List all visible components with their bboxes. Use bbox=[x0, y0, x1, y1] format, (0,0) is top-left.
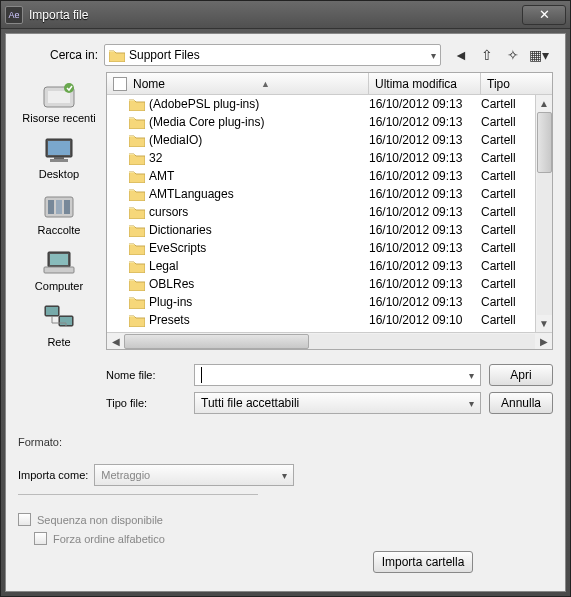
filetype-combo[interactable]: Tutti file accettabili ▾ bbox=[194, 392, 481, 414]
bottom-panel: Formato: Importa come: Metraggio ▾ Seque… bbox=[18, 432, 553, 573]
scroll-up-button[interactable]: ▲ bbox=[537, 95, 552, 112]
table-row[interactable]: AMTLanguages16/10/2012 09:13Cartell bbox=[107, 185, 552, 203]
chevron-down-icon[interactable]: ▾ bbox=[282, 470, 287, 481]
file-date: 16/10/2012 09:13 bbox=[369, 115, 481, 129]
table-row[interactable]: AMT16/10/2012 09:13Cartell bbox=[107, 167, 552, 185]
scroll-right-button[interactable]: ▶ bbox=[535, 334, 552, 349]
import-as-value: Metraggio bbox=[101, 469, 150, 481]
nav-back-button[interactable]: ◄ bbox=[451, 45, 471, 65]
file-date: 16/10/2012 09:13 bbox=[369, 205, 481, 219]
col-name-label: Nome bbox=[133, 77, 165, 91]
look-in-combo[interactable]: Support Files ▾ bbox=[104, 44, 441, 66]
formato-label: Formato: bbox=[18, 436, 553, 448]
table-row[interactable]: Presets16/10/2012 09:10Cartell bbox=[107, 311, 552, 329]
file-date: 16/10/2012 09:13 bbox=[369, 223, 481, 237]
places-computer[interactable]: Computer bbox=[35, 244, 83, 298]
file-name: (MediaIO) bbox=[149, 133, 202, 147]
file-name: AMT bbox=[149, 169, 174, 183]
folder-icon bbox=[129, 224, 145, 237]
place-label: Desktop bbox=[39, 168, 79, 180]
h-scroll-thumb[interactable] bbox=[124, 334, 309, 349]
file-name: Dictionaries bbox=[149, 223, 212, 237]
table-row[interactable]: OBLRes16/10/2012 09:13Cartell bbox=[107, 275, 552, 293]
place-label: Rete bbox=[47, 336, 70, 348]
folder-icon bbox=[129, 314, 145, 327]
filetype-row: Tipo file: Tutti file accettabili ▾ Annu… bbox=[18, 392, 553, 414]
header-checkbox[interactable] bbox=[113, 77, 127, 91]
table-row[interactable]: Legal16/10/2012 09:13Cartell bbox=[107, 257, 552, 275]
file-list-area: Nome ▲ Ultima modifica Tipo (AdobePSL pl… bbox=[106, 72, 553, 350]
table-row[interactable]: (MediaIO)16/10/2012 09:13Cartell bbox=[107, 131, 552, 149]
col-type-label: Tipo bbox=[487, 77, 510, 91]
folder-up-icon: ⇧ bbox=[481, 47, 493, 63]
file-name: OBLRes bbox=[149, 277, 194, 291]
network-icon bbox=[41, 302, 77, 334]
filename-input[interactable]: ▾ bbox=[194, 364, 481, 386]
scroll-left-button[interactable]: ◀ bbox=[107, 334, 124, 349]
horizontal-scrollbar[interactable]: ◀ ▶ bbox=[107, 332, 552, 349]
import-dialog: Ae Importa file ✕ Cerca in: Support File… bbox=[0, 0, 571, 597]
table-row[interactable]: (AdobePSL plug-ins)16/10/2012 09:13Carte… bbox=[107, 95, 552, 113]
sequence-checkbox[interactable] bbox=[18, 513, 31, 526]
table-row[interactable]: Dictionaries16/10/2012 09:13Cartell bbox=[107, 221, 552, 239]
file-name: cursors bbox=[149, 205, 188, 219]
table-row[interactable]: (Media Core plug-ins)16/10/2012 09:13Car… bbox=[107, 113, 552, 131]
close-button[interactable]: ✕ bbox=[522, 5, 566, 25]
table-row[interactable]: cursors16/10/2012 09:13Cartell bbox=[107, 203, 552, 221]
scroll-track[interactable] bbox=[537, 112, 552, 315]
arrow-left-icon: ◄ bbox=[454, 47, 468, 63]
table-row[interactable]: 3216/10/2012 09:13Cartell bbox=[107, 149, 552, 167]
close-icon: ✕ bbox=[539, 7, 550, 22]
vertical-scrollbar[interactable]: ▲ ▼ bbox=[535, 95, 552, 332]
titlebar[interactable]: Ae Importa file ✕ bbox=[1, 1, 570, 29]
alpha-order-row: Forza ordine alfabetico bbox=[34, 532, 553, 545]
folder-icon bbox=[129, 296, 145, 309]
file-name: (Media Core plug-ins) bbox=[149, 115, 264, 129]
file-date: 16/10/2012 09:13 bbox=[369, 97, 481, 111]
places-network[interactable]: Rete bbox=[41, 300, 77, 354]
import-folder-button[interactable]: Importa cartella bbox=[373, 551, 473, 573]
view-menu-button[interactable]: ▦▾ bbox=[529, 45, 549, 65]
cancel-button[interactable]: Annulla bbox=[489, 392, 553, 414]
alpha-order-checkbox[interactable] bbox=[34, 532, 47, 545]
file-date: 16/10/2012 09:13 bbox=[369, 151, 481, 165]
places-recent[interactable]: Risorse recenti bbox=[22, 76, 95, 130]
open-button[interactable]: Apri bbox=[489, 364, 553, 386]
import-as-combo[interactable]: Metraggio ▾ bbox=[94, 464, 294, 486]
folder-icon bbox=[129, 170, 145, 183]
folder-icon bbox=[129, 278, 145, 291]
file-list[interactable]: (AdobePSL plug-ins)16/10/2012 09:13Carte… bbox=[107, 95, 552, 332]
folder-icon bbox=[129, 116, 145, 129]
places-desktop[interactable]: Desktop bbox=[39, 132, 79, 186]
svg-rect-8 bbox=[48, 200, 54, 214]
folder-icon bbox=[129, 152, 145, 165]
svg-rect-4 bbox=[48, 141, 70, 155]
h-scroll-track[interactable] bbox=[124, 334, 535, 349]
table-row[interactable]: Plug-ins16/10/2012 09:13Cartell bbox=[107, 293, 552, 311]
file-name: AMTLanguages bbox=[149, 187, 234, 201]
col-date-label: Ultima modifica bbox=[375, 77, 457, 91]
table-row[interactable]: EveScripts16/10/2012 09:13Cartell bbox=[107, 239, 552, 257]
alpha-order-label: Forza ordine alfabetico bbox=[53, 533, 165, 545]
svg-rect-10 bbox=[64, 200, 70, 214]
col-header-type[interactable]: Tipo bbox=[481, 73, 552, 94]
folder-icon bbox=[109, 49, 125, 62]
col-header-date[interactable]: Ultima modifica bbox=[369, 73, 481, 94]
main-area: Risorse recenti Desktop Raccolte bbox=[18, 72, 553, 354]
import-as-row: Importa come: Metraggio ▾ bbox=[18, 464, 553, 486]
chevron-down-icon[interactable]: ▾ bbox=[469, 370, 474, 381]
file-date: 16/10/2012 09:13 bbox=[369, 187, 481, 201]
nav-up-button[interactable]: ⇧ bbox=[477, 45, 497, 65]
folder-icon bbox=[129, 134, 145, 147]
filename-label: Nome file: bbox=[106, 369, 186, 381]
file-date: 16/10/2012 09:13 bbox=[369, 133, 481, 147]
place-label: Raccolte bbox=[38, 224, 81, 236]
places-libraries[interactable]: Raccolte bbox=[38, 188, 81, 242]
new-folder-button[interactable]: ✧ bbox=[503, 45, 523, 65]
col-header-name[interactable]: Nome ▲ bbox=[107, 73, 369, 94]
filename-row: Nome file: ▾ Apri bbox=[18, 364, 553, 386]
scroll-thumb[interactable] bbox=[537, 112, 552, 173]
chevron-down-icon[interactable]: ▾ bbox=[469, 398, 474, 409]
scroll-down-button[interactable]: ▼ bbox=[537, 315, 552, 332]
places-bar: Risorse recenti Desktop Raccolte bbox=[18, 72, 100, 354]
